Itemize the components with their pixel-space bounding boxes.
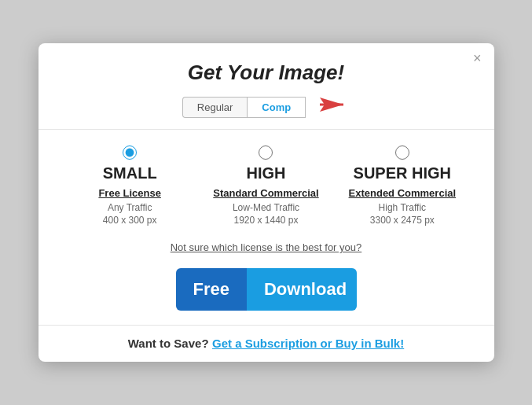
plan-super-high-license: Extended Commercial [340, 187, 464, 199]
footer-static-text: Want to Save? [128, 337, 209, 350]
plan-super-high: SUPER HIGH Extended Commercial High Traf… [334, 145, 470, 226]
tab-regular[interactable]: Regular [182, 97, 248, 118]
download-button[interactable]: Free Download [176, 268, 357, 311]
plan-high: HIGH Standard Commercial Low-Med Traffic… [198, 145, 334, 226]
plan-high-traffic: Low-Med Traffic [204, 202, 328, 213]
plan-small-radio[interactable] [123, 145, 137, 160]
license-help-link[interactable]: Not sure which license is the best for y… [171, 241, 362, 253]
close-button[interactable]: × [473, 51, 482, 65]
plans-container: SMALL Free License Any Traffic 400 x 300… [62, 145, 471, 226]
plan-super-high-traffic: High Traffic [340, 202, 464, 213]
modal-footer: Want to Save? Get a Subscription or Buy … [39, 325, 494, 362]
plan-small-dims: 400 x 300 px [68, 215, 192, 226]
plan-high-dims: 1920 x 1440 px [204, 215, 328, 226]
tab-comp[interactable]: Comp [247, 97, 306, 118]
plan-small-traffic: Any Traffic [68, 202, 192, 213]
modal-header: Get Your Image! × Regular Comp [39, 43, 494, 130]
modal-title: Get Your Image! [62, 61, 471, 85]
plan-small-license: Free License [68, 187, 192, 199]
free-label: Free [176, 268, 247, 311]
plan-super-high-size: SUPER HIGH [340, 164, 464, 182]
arrow-indicator [312, 96, 350, 118]
download-label: Download [247, 268, 357, 311]
plan-high-license: Standard Commercial [204, 187, 328, 199]
modal-body: SMALL Free License Any Traffic 400 x 300… [39, 130, 494, 325]
plan-small: SMALL Free License Any Traffic 400 x 300… [62, 145, 198, 226]
modal-dialog: Get Your Image! × Regular Comp SMALL Fre… [39, 43, 494, 362]
plan-high-size: HIGH [204, 164, 328, 182]
license-help: Not sure which license is the best for y… [62, 240, 471, 254]
footer-cta-link[interactable]: Get a Subscription or Buy in Bulk! [212, 337, 404, 350]
plan-high-radio[interactable] [259, 145, 273, 160]
plan-super-high-radio[interactable] [395, 145, 409, 160]
plan-super-high-dims: 3300 x 2475 px [340, 215, 464, 226]
tab-group: Regular Comp [62, 96, 471, 118]
plan-small-size: SMALL [68, 164, 192, 182]
